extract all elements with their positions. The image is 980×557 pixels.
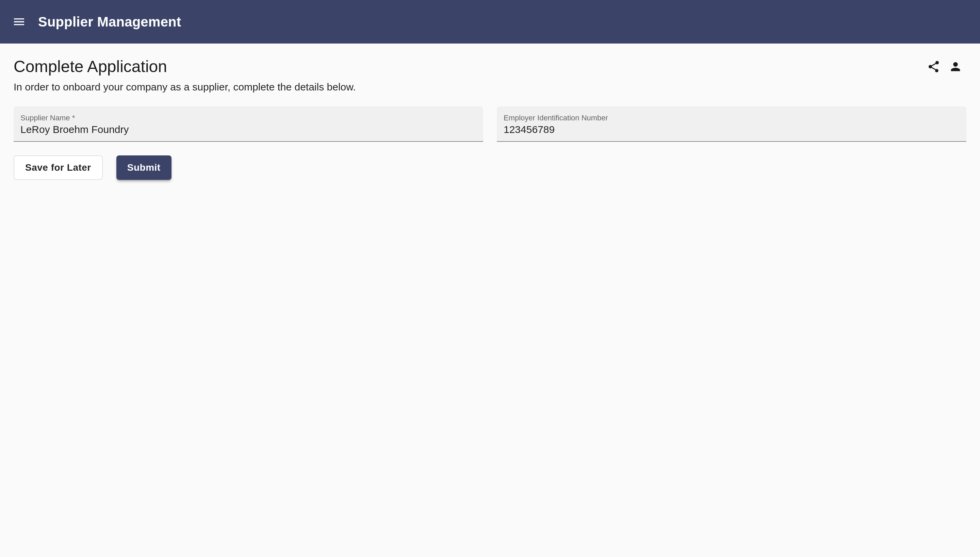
form-row: Supplier Name * Employer Identification …	[14, 106, 966, 142]
supplier-name-field[interactable]: Supplier Name *	[14, 106, 483, 142]
save-for-later-button[interactable]: Save for Later	[14, 155, 103, 180]
ein-field[interactable]: Employer Identification Number	[497, 106, 966, 142]
submit-button[interactable]: Submit	[116, 155, 172, 180]
button-row: Save for Later Submit	[14, 155, 966, 180]
app-title: Supplier Management	[38, 14, 181, 29]
supplier-name-input[interactable]	[20, 124, 476, 135]
page-title: Complete Application	[14, 57, 167, 76]
page-content: Complete Application In order to onboard…	[0, 44, 980, 194]
menu-button[interactable]	[11, 14, 27, 30]
menu-icon	[12, 15, 26, 29]
page-description: In order to onboard your company as a su…	[14, 81, 966, 93]
share-button[interactable]	[926, 59, 942, 75]
ein-input[interactable]	[504, 124, 960, 135]
profile-button[interactable]	[947, 59, 964, 75]
supplier-name-label: Supplier Name *	[20, 114, 476, 122]
app-bar: Supplier Management	[0, 0, 980, 44]
ein-label: Employer Identification Number	[504, 114, 960, 122]
person-icon	[949, 60, 962, 73]
page-header: Complete Application	[14, 57, 966, 76]
header-actions	[926, 59, 964, 75]
share-icon	[927, 60, 941, 73]
